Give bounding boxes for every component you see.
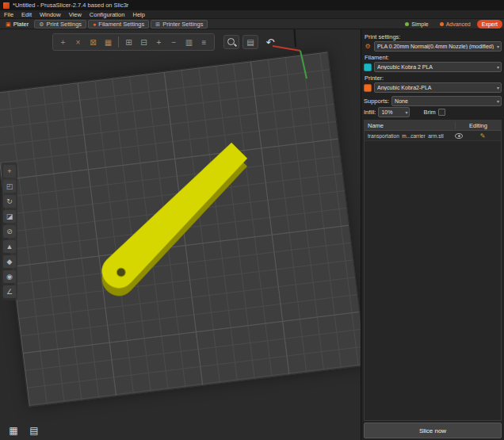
- tab-plater[interactable]: ▣ Plater: [2, 20, 32, 29]
- 3d-viewport[interactable]: + × ⊠ ▦ ⊞ ⊟ + − ▥ ≡ ▤ ↶: [0, 29, 361, 440]
- menu-item-window[interactable]: Window: [40, 11, 61, 18]
- printer-icon: ⊞: [155, 21, 160, 27]
- grid-view-icon: ▤: [246, 38, 254, 47]
- top-toolbar: + × ⊠ ▦ ⊞ ⊟ + − ▥ ≡: [52, 33, 215, 51]
- tab-print-settings[interactable]: ⚙ Print Settings: [34, 20, 86, 29]
- chevron-down-icon: ▾: [497, 98, 499, 104]
- object-list-header: Name Editing: [365, 121, 501, 131]
- app-icon: [3, 2, 10, 9]
- mode-expert-button[interactable]: Expert: [477, 20, 502, 29]
- editor-view-icon[interactable]: ▦: [5, 423, 22, 437]
- object-list: Name Editing transportation_m...carrier_…: [364, 120, 502, 421]
- object-name: transportation_m...carrier_arm.stl: [365, 133, 455, 139]
- tab-printer-settings[interactable]: ⊞ Printer Settings: [151, 20, 208, 29]
- chevron-down-icon: ▾: [497, 64, 499, 70]
- app-window: *Untitled - PrusaSlicer-2.7.4 based on S…: [0, 0, 504, 440]
- eye-visibility-icon[interactable]: [455, 133, 463, 139]
- mode-advanced-label: Advanced: [446, 21, 471, 27]
- infill-select[interactable]: 10% ▾: [378, 107, 410, 117]
- seam-painting-icon[interactable]: ◆: [3, 255, 16, 268]
- supports-select[interactable]: None ▾: [391, 96, 502, 106]
- measure-icon[interactable]: ∠: [3, 285, 16, 298]
- paste-icon[interactable]: ⊟: [137, 36, 151, 48]
- mode-advanced-button[interactable]: Advanced: [435, 20, 475, 29]
- search-button[interactable]: [223, 35, 239, 49]
- printer-value: Anycubic Kobra2-PLA: [377, 85, 497, 90]
- menu-item-configuration[interactable]: Configuration: [90, 11, 125, 18]
- infill-label: Infill:: [364, 109, 376, 116]
- window-title: *Untitled - PrusaSlicer-2.7.4 based on S…: [13, 2, 128, 9]
- editing-column-header[interactable]: Editing: [455, 122, 501, 129]
- tab-filament-settings[interactable]: ● Filament Settings: [88, 20, 149, 29]
- undo-button[interactable]: ↶: [262, 35, 278, 49]
- mmu-painting-icon[interactable]: ◉: [3, 270, 16, 283]
- brim-checkbox[interactable]: [438, 109, 445, 116]
- left-toolbar: + ◰ ↻ ◪ ⊘ ▲ ◆ ◉ ∠: [2, 163, 17, 300]
- menu-item-edit[interactable]: Edit: [21, 11, 32, 18]
- tab-plater-label: Plater: [13, 21, 29, 28]
- filament-value: Anycubic Kobra 2 PLA: [377, 64, 497, 70]
- plater-icon: ▣: [6, 21, 11, 27]
- menu-item-view[interactable]: View: [69, 11, 82, 18]
- brim-label: Brim: [423, 109, 435, 116]
- remove-instance-icon[interactable]: −: [167, 36, 181, 48]
- mode-simple-dot-icon: [405, 22, 409, 26]
- arrange-icon[interactable]: ▦: [101, 36, 115, 48]
- filament-label: Filament:: [365, 54, 501, 61]
- mode-advanced-dot-icon: [440, 22, 444, 26]
- add-instance-icon[interactable]: +: [152, 36, 166, 48]
- paint-supports-icon[interactable]: ▲: [3, 240, 16, 253]
- printer-label: Printer:: [365, 75, 501, 82]
- object-row[interactable]: transportation_m...carrier_arm.stl ✎: [365, 131, 501, 141]
- gear-icon: ⚙: [39, 21, 44, 27]
- tab-print-settings-label: Print Settings: [47, 21, 82, 28]
- split-objects-icon[interactable]: ▥: [182, 36, 196, 48]
- search-icon: [227, 37, 236, 47]
- editing-cell[interactable]: ✎: [464, 132, 501, 140]
- chevron-down-icon: ▾: [405, 109, 407, 115]
- copy-icon[interactable]: ⊞: [122, 36, 136, 48]
- undo-icon: ↶: [266, 36, 275, 48]
- print-settings-value: PLA 0.20mm Normal(0.4mm Nozzle) (modifie…: [377, 44, 497, 49]
- delete-all-icon[interactable]: ⊠: [86, 36, 100, 48]
- print-bed: [0, 51, 361, 407]
- menu-item-help[interactable]: Help: [132, 11, 144, 18]
- infill-value: 10%: [381, 109, 405, 115]
- supports-label: Supports:: [364, 98, 389, 105]
- printer-select[interactable]: Anycubic Kobra2-PLA ▾: [374, 82, 502, 93]
- name-column-header[interactable]: Name: [365, 122, 455, 129]
- slice-now-button[interactable]: Slice now: [364, 423, 502, 438]
- filament-select[interactable]: Anycubic Kobra 2 PLA ▾: [374, 62, 502, 72]
- supports-value: None: [395, 98, 497, 104]
- scale-icon[interactable]: ◰: [3, 180, 16, 193]
- tab-printer-settings-label: Printer Settings: [162, 21, 203, 28]
- edit-icon: ✎: [480, 132, 486, 140]
- menubar: File Edit Window View Configuration Help: [0, 10, 504, 19]
- sidebar: Print settings: ⚙ PLA 0.20mm Normal(0.4m…: [361, 29, 504, 440]
- cut-icon[interactable]: ⊘: [3, 225, 16, 238]
- delete-object-icon[interactable]: ×: [71, 36, 85, 48]
- print-profile-icon: ⚙: [364, 43, 372, 51]
- rotate-icon[interactable]: ↻: [3, 195, 16, 208]
- menu-item-file[interactable]: File: [4, 11, 13, 18]
- mode-simple-button[interactable]: Simple: [400, 20, 433, 29]
- titlebar: *Untitled - PrusaSlicer-2.7.4 based on S…: [0, 0, 504, 10]
- grid-view-button[interactable]: ▤: [242, 35, 258, 49]
- filament-spool-icon: ●: [93, 21, 96, 27]
- place-on-face-icon[interactable]: ◪: [3, 210, 16, 223]
- tabbar: ▣ Plater ⚙ Print Settings ● Filament Set…: [0, 19, 504, 29]
- filament-color-swatch: [364, 63, 372, 71]
- object-list-empty-area: [365, 141, 501, 420]
- view-mode-switch: ▦ ▤: [5, 423, 43, 437]
- preview-view-icon[interactable]: ▤: [25, 423, 43, 437]
- mode-simple-label: Simple: [411, 21, 428, 27]
- move-icon[interactable]: +: [3, 165, 16, 178]
- tab-filament-settings-label: Filament Settings: [98, 21, 144, 28]
- axis-z-line: [294, 29, 296, 47]
- chevron-down-icon: ▾: [497, 44, 499, 49]
- print-settings-label: Print settings:: [365, 33, 501, 40]
- print-settings-select[interactable]: PLA 0.20mm Normal(0.4mm Nozzle) (modifie…: [374, 41, 502, 52]
- mode-expert-label: Expert: [482, 21, 498, 27]
- add-object-icon[interactable]: +: [56, 36, 70, 48]
- variable-layer-height-icon[interactable]: ≡: [197, 36, 211, 48]
